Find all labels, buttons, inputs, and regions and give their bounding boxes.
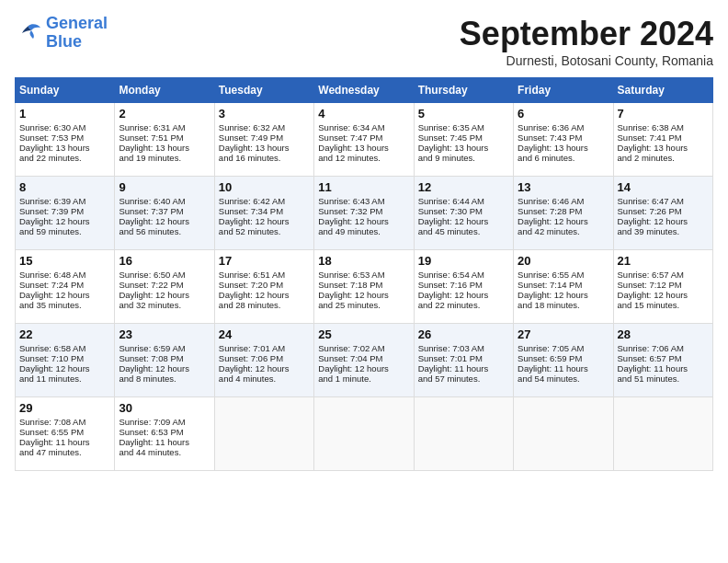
cell-text: Sunrise: 6:53 AM (318, 270, 409, 280)
cell-text: and 35 minutes. (19, 300, 110, 310)
cell-text: Sunset: 7:32 PM (318, 206, 409, 216)
cell-text: and 49 minutes. (318, 226, 409, 236)
cell-text: Daylight: 12 hours (19, 290, 110, 300)
calendar-cell: 10Sunrise: 6:42 AMSunset: 7:34 PMDayligh… (214, 177, 313, 250)
cell-text: Sunset: 7:51 PM (119, 132, 210, 143)
calendar-cell: 5Sunrise: 6:35 AMSunset: 7:45 PMDaylight… (414, 103, 513, 177)
cell-text: Daylight: 12 hours (418, 290, 509, 300)
calendar-cell: 21Sunrise: 6:57 AMSunset: 7:12 PMDayligh… (613, 250, 712, 324)
cell-text: Daylight: 11 hours (19, 437, 110, 447)
cell-text: Sunset: 7:14 PM (518, 280, 609, 290)
calendar-cell: 25Sunrise: 7:02 AMSunset: 7:04 PMDayligh… (314, 324, 414, 397)
cell-text: Sunrise: 6:46 AM (518, 196, 609, 206)
cell-text: and 56 minutes. (119, 226, 210, 236)
cell-text: Sunset: 7:12 PM (618, 280, 709, 290)
cell-text: Daylight: 12 hours (318, 216, 409, 226)
cell-text: and 39 minutes. (618, 226, 709, 236)
cell-text: and 25 minutes. (318, 300, 409, 310)
location-subtitle: Durnesti, Botosani County, Romania (460, 53, 713, 68)
calendar-cell: 1Sunrise: 6:30 AMSunset: 7:53 PMDaylight… (16, 103, 115, 177)
cell-text: Sunrise: 6:47 AM (618, 196, 709, 206)
calendar-cell: 27Sunrise: 7:05 AMSunset: 6:59 PMDayligh… (514, 324, 613, 397)
cell-text: and 52 minutes. (219, 226, 310, 236)
calendar-cell: 18Sunrise: 6:53 AMSunset: 7:18 PMDayligh… (314, 250, 414, 324)
cell-text: and 2 minutes. (618, 153, 709, 163)
day-header-wednesday: Wednesday (314, 78, 414, 103)
cell-text: Sunset: 7:34 PM (219, 206, 310, 216)
cell-text: Sunrise: 7:03 AM (418, 343, 509, 353)
cell-text: Sunset: 7:28 PM (518, 206, 609, 216)
day-number: 9 (119, 180, 210, 194)
cell-text: Sunset: 7:45 PM (418, 132, 509, 143)
cell-text: Sunrise: 6:35 AM (418, 122, 509, 132)
cell-text: Sunset: 7:26 PM (618, 206, 709, 216)
day-number: 4 (318, 107, 409, 121)
logo-line2: Blue (46, 32, 82, 51)
day-number: 20 (518, 254, 609, 268)
cell-text: Sunrise: 6:48 AM (19, 270, 110, 280)
cell-text: Sunrise: 6:54 AM (418, 270, 509, 280)
cell-text: Daylight: 12 hours (119, 363, 210, 373)
cell-text: Daylight: 13 hours (518, 143, 609, 153)
day-number: 11 (318, 180, 409, 194)
calendar-cell: 8Sunrise: 6:39 AMSunset: 7:39 PMDaylight… (16, 177, 115, 250)
calendar-cell: 2Sunrise: 6:31 AMSunset: 7:51 PMDaylight… (115, 103, 214, 177)
calendar-header: SundayMondayTuesdayWednesdayThursdayFrid… (16, 78, 713, 103)
cell-text: and 57 minutes. (418, 373, 509, 384)
calendar-cell: 28Sunrise: 7:06 AMSunset: 6:57 PMDayligh… (613, 324, 712, 397)
cell-text: Daylight: 12 hours (618, 216, 709, 226)
cell-text: and 11 minutes. (19, 373, 110, 384)
day-number: 13 (518, 180, 609, 194)
calendar-cell: 12Sunrise: 6:44 AMSunset: 7:30 PMDayligh… (414, 177, 513, 250)
calendar-cell (514, 397, 613, 471)
cell-text: Sunset: 6:53 PM (119, 427, 210, 437)
cell-text: and 42 minutes. (518, 226, 609, 236)
day-number: 7 (618, 107, 709, 121)
cell-text: and 19 minutes. (119, 153, 210, 163)
cell-text: Sunrise: 6:36 AM (518, 122, 609, 132)
calendar-cell: 9Sunrise: 6:40 AMSunset: 7:37 PMDaylight… (115, 177, 214, 250)
cell-text: Daylight: 12 hours (318, 290, 409, 300)
cell-text: Sunset: 7:30 PM (418, 206, 509, 216)
day-header-sunday: Sunday (16, 78, 115, 103)
calendar-cell (214, 397, 313, 471)
calendar-cell (314, 397, 414, 471)
cell-text: Sunset: 7:37 PM (119, 206, 210, 216)
page-header: General Blue September 2024 Durnesti, Bo… (15, 15, 713, 68)
cell-text: Sunrise: 7:09 AM (119, 417, 210, 427)
day-number: 14 (618, 180, 709, 194)
cell-text: Daylight: 12 hours (518, 290, 609, 300)
calendar-cell: 22Sunrise: 6:58 AMSunset: 7:10 PMDayligh… (16, 324, 115, 397)
day-number: 26 (418, 327, 509, 341)
cell-text: Sunrise: 7:02 AM (318, 343, 409, 353)
cell-text: Sunset: 7:01 PM (418, 353, 509, 363)
cell-text: and 6 minutes. (518, 153, 609, 163)
day-number: 8 (19, 180, 110, 194)
cell-text: Sunrise: 6:38 AM (618, 122, 709, 132)
calendar-cell: 15Sunrise: 6:48 AMSunset: 7:24 PMDayligh… (16, 250, 115, 324)
cell-text: Daylight: 13 hours (119, 143, 210, 153)
cell-text: Sunrise: 6:44 AM (418, 196, 509, 206)
calendar-cell: 6Sunrise: 6:36 AMSunset: 7:43 PMDaylight… (514, 103, 613, 177)
calendar-week-1: 1Sunrise: 6:30 AMSunset: 7:53 PMDaylight… (16, 103, 713, 177)
cell-text: Daylight: 12 hours (618, 290, 709, 300)
logo-line1: General (46, 14, 108, 32)
cell-text: Sunrise: 6:43 AM (318, 196, 409, 206)
cell-text: Sunrise: 6:58 AM (19, 343, 110, 353)
day-number: 21 (618, 254, 709, 268)
calendar-cell: 20Sunrise: 6:55 AMSunset: 7:14 PMDayligh… (514, 250, 613, 324)
cell-text: and 54 minutes. (518, 373, 609, 384)
cell-text: Sunset: 7:43 PM (518, 132, 609, 143)
cell-text: Sunrise: 6:30 AM (19, 122, 110, 132)
cell-text: and 51 minutes. (618, 373, 709, 384)
cell-text: Sunrise: 7:08 AM (19, 417, 110, 427)
cell-text: Sunrise: 6:42 AM (219, 196, 310, 206)
cell-text: and 32 minutes. (119, 300, 210, 310)
day-number: 18 (318, 254, 409, 268)
day-number: 16 (119, 254, 210, 268)
cell-text: and 28 minutes. (219, 300, 310, 310)
cell-text: and 45 minutes. (418, 226, 509, 236)
cell-text: Sunset: 7:06 PM (219, 353, 310, 363)
title-block: September 2024 Durnesti, Botosani County… (460, 15, 713, 68)
cell-text: Sunset: 7:41 PM (618, 132, 709, 143)
